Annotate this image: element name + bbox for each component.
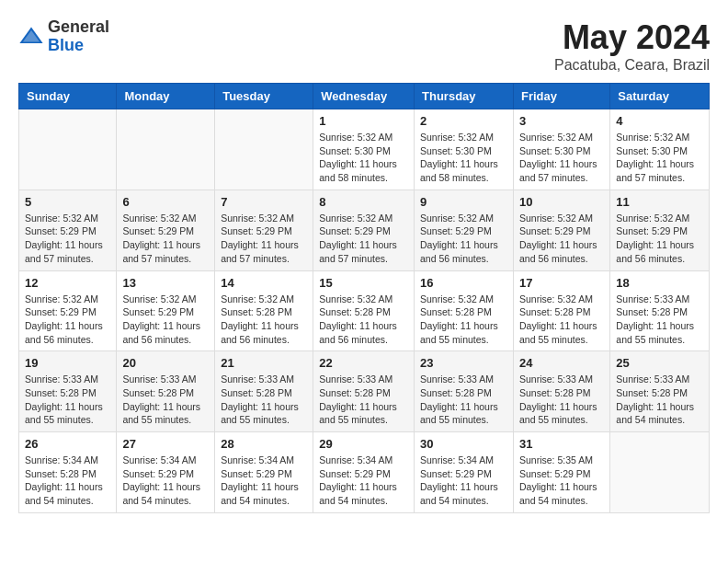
calendar-week-row: 5Sunrise: 5:32 AM Sunset: 5:29 PM Daylig…	[19, 190, 710, 270]
day-number: 20	[122, 356, 209, 370]
calendar-cell: 1Sunrise: 5:32 AM Sunset: 5:30 PM Daylig…	[313, 109, 415, 190]
day-number: 30	[420, 437, 507, 451]
day-number: 4	[616, 114, 703, 128]
calendar-cell: 11Sunrise: 5:32 AM Sunset: 5:29 PM Dayli…	[610, 190, 710, 270]
logo-blue-text: Blue	[48, 37, 109, 55]
calendar-cell: 12Sunrise: 5:32 AM Sunset: 5:29 PM Dayli…	[19, 270, 117, 351]
calendar-cell: 9Sunrise: 5:32 AM Sunset: 5:29 PM Daylig…	[415, 190, 514, 270]
day-number: 29	[319, 437, 408, 451]
calendar-cell: 17Sunrise: 5:32 AM Sunset: 5:28 PM Dayli…	[513, 270, 609, 351]
cell-text: Sunrise: 5:32 AM Sunset: 5:29 PM Dayligh…	[25, 212, 110, 266]
calendar-cell: 26Sunrise: 5:34 AM Sunset: 5:28 PM Dayli…	[19, 432, 117, 513]
day-number: 9	[420, 195, 507, 209]
calendar-cell: 30Sunrise: 5:34 AM Sunset: 5:29 PM Dayli…	[415, 432, 514, 513]
day-number: 17	[519, 276, 604, 290]
day-number: 13	[122, 276, 209, 290]
logo-icon	[18, 24, 44, 50]
calendar-cell	[215, 109, 313, 190]
calendar-cell: 4Sunrise: 5:32 AM Sunset: 5:30 PM Daylig…	[610, 109, 710, 190]
cell-text: Sunrise: 5:32 AM Sunset: 5:30 PM Dayligh…	[319, 131, 408, 185]
day-number: 24	[519, 356, 604, 370]
cell-text: Sunrise: 5:32 AM Sunset: 5:28 PM Dayligh…	[221, 293, 307, 347]
cell-text: Sunrise: 5:33 AM Sunset: 5:28 PM Dayligh…	[122, 373, 209, 427]
calendar-cell: 28Sunrise: 5:34 AM Sunset: 5:29 PM Dayli…	[215, 432, 313, 513]
calendar-cell	[117, 109, 215, 190]
calendar-cell: 7Sunrise: 5:32 AM Sunset: 5:29 PM Daylig…	[215, 190, 313, 270]
cell-text: Sunrise: 5:32 AM Sunset: 5:30 PM Dayligh…	[616, 131, 703, 185]
day-number: 26	[25, 437, 110, 451]
day-number: 31	[519, 437, 604, 451]
day-number: 7	[221, 195, 307, 209]
calendar-week-row: 12Sunrise: 5:32 AM Sunset: 5:29 PM Dayli…	[19, 270, 710, 351]
cell-text: Sunrise: 5:33 AM Sunset: 5:28 PM Dayligh…	[420, 373, 507, 427]
weekday-header-saturday: Saturday	[610, 84, 710, 109]
cell-text: Sunrise: 5:32 AM Sunset: 5:29 PM Dayligh…	[519, 212, 604, 266]
day-number: 22	[319, 356, 408, 370]
day-number: 25	[616, 356, 703, 370]
calendar-cell: 27Sunrise: 5:34 AM Sunset: 5:29 PM Dayli…	[117, 432, 215, 513]
day-number: 16	[420, 276, 507, 290]
location-subtitle: Pacatuba, Ceara, Brazil	[554, 57, 710, 74]
cell-text: Sunrise: 5:32 AM Sunset: 5:29 PM Dayligh…	[122, 212, 209, 266]
cell-text: Sunrise: 5:32 AM Sunset: 5:29 PM Dayligh…	[221, 212, 307, 266]
cell-text: Sunrise: 5:33 AM Sunset: 5:28 PM Dayligh…	[319, 373, 408, 427]
cell-text: Sunrise: 5:32 AM Sunset: 5:30 PM Dayligh…	[519, 131, 604, 185]
cell-text: Sunrise: 5:32 AM Sunset: 5:29 PM Dayligh…	[122, 293, 209, 347]
cell-text: Sunrise: 5:32 AM Sunset: 5:29 PM Dayligh…	[616, 212, 703, 266]
calendar-cell: 10Sunrise: 5:32 AM Sunset: 5:29 PM Dayli…	[513, 190, 609, 270]
calendar-cell: 18Sunrise: 5:33 AM Sunset: 5:28 PM Dayli…	[610, 270, 710, 351]
logo: General Blue	[18, 18, 109, 55]
day-number: 18	[616, 276, 703, 290]
calendar-cell: 14Sunrise: 5:32 AM Sunset: 5:28 PM Dayli…	[215, 270, 313, 351]
weekday-header-tuesday: Tuesday	[215, 84, 313, 109]
day-number: 19	[25, 356, 110, 370]
cell-text: Sunrise: 5:34 AM Sunset: 5:29 PM Dayligh…	[319, 454, 408, 508]
cell-text: Sunrise: 5:34 AM Sunset: 5:29 PM Dayligh…	[221, 454, 307, 508]
title-section: May 2024 Pacatuba, Ceara, Brazil	[554, 18, 710, 74]
calendar-cell: 2Sunrise: 5:32 AM Sunset: 5:30 PM Daylig…	[415, 109, 514, 190]
cell-text: Sunrise: 5:33 AM Sunset: 5:28 PM Dayligh…	[616, 293, 703, 347]
weekday-header-monday: Monday	[117, 84, 215, 109]
cell-text: Sunrise: 5:34 AM Sunset: 5:28 PM Dayligh…	[25, 454, 110, 508]
cell-text: Sunrise: 5:33 AM Sunset: 5:28 PM Dayligh…	[519, 373, 604, 427]
calendar-cell: 21Sunrise: 5:33 AM Sunset: 5:28 PM Dayli…	[215, 351, 313, 432]
cell-text: Sunrise: 5:33 AM Sunset: 5:28 PM Dayligh…	[25, 373, 110, 427]
weekday-header-sunday: Sunday	[19, 84, 117, 109]
calendar-cell: 6Sunrise: 5:32 AM Sunset: 5:29 PM Daylig…	[117, 190, 215, 270]
day-number: 21	[221, 356, 307, 370]
calendar-cell: 8Sunrise: 5:32 AM Sunset: 5:29 PM Daylig…	[313, 190, 415, 270]
logo-general-text: General	[48, 18, 109, 37]
cell-text: Sunrise: 5:32 AM Sunset: 5:30 PM Dayligh…	[420, 131, 507, 185]
calendar-week-row: 1Sunrise: 5:32 AM Sunset: 5:30 PM Daylig…	[19, 109, 710, 190]
calendar-cell: 24Sunrise: 5:33 AM Sunset: 5:28 PM Dayli…	[513, 351, 609, 432]
day-number: 2	[420, 114, 507, 128]
cell-text: Sunrise: 5:35 AM Sunset: 5:29 PM Dayligh…	[519, 454, 604, 508]
cell-text: Sunrise: 5:33 AM Sunset: 5:28 PM Dayligh…	[221, 373, 307, 427]
calendar-cell: 25Sunrise: 5:33 AM Sunset: 5:28 PM Dayli…	[610, 351, 710, 432]
calendar-cell: 13Sunrise: 5:32 AM Sunset: 5:29 PM Dayli…	[117, 270, 215, 351]
cell-text: Sunrise: 5:34 AM Sunset: 5:29 PM Dayligh…	[122, 454, 209, 508]
day-number: 3	[519, 114, 604, 128]
cell-text: Sunrise: 5:32 AM Sunset: 5:29 PM Dayligh…	[420, 212, 507, 266]
cell-text: Sunrise: 5:33 AM Sunset: 5:28 PM Dayligh…	[616, 373, 703, 427]
cell-text: Sunrise: 5:32 AM Sunset: 5:29 PM Dayligh…	[319, 212, 408, 266]
day-number: 8	[319, 195, 408, 209]
cell-text: Sunrise: 5:34 AM Sunset: 5:29 PM Dayligh…	[420, 454, 507, 508]
calendar-cell: 19Sunrise: 5:33 AM Sunset: 5:28 PM Dayli…	[19, 351, 117, 432]
weekday-header-friday: Friday	[513, 84, 609, 109]
calendar-cell: 15Sunrise: 5:32 AM Sunset: 5:28 PM Dayli…	[313, 270, 415, 351]
day-number: 27	[122, 437, 209, 451]
calendar-cell: 31Sunrise: 5:35 AM Sunset: 5:29 PM Dayli…	[513, 432, 609, 513]
calendar-table: SundayMondayTuesdayWednesdayThursdayFrid…	[18, 83, 710, 513]
cell-text: Sunrise: 5:32 AM Sunset: 5:28 PM Dayligh…	[420, 293, 507, 347]
cell-text: Sunrise: 5:32 AM Sunset: 5:29 PM Dayligh…	[25, 293, 110, 347]
calendar-cell: 22Sunrise: 5:33 AM Sunset: 5:28 PM Dayli…	[313, 351, 415, 432]
cell-text: Sunrise: 5:32 AM Sunset: 5:28 PM Dayligh…	[319, 293, 408, 347]
day-number: 23	[420, 356, 507, 370]
calendar-cell: 20Sunrise: 5:33 AM Sunset: 5:28 PM Dayli…	[117, 351, 215, 432]
page-header: General Blue May 2024 Pacatuba, Ceara, B…	[18, 18, 710, 74]
cell-text: Sunrise: 5:32 AM Sunset: 5:28 PM Dayligh…	[519, 293, 604, 347]
weekday-header-wednesday: Wednesday	[313, 84, 415, 109]
day-number: 14	[221, 276, 307, 290]
day-number: 10	[519, 195, 604, 209]
